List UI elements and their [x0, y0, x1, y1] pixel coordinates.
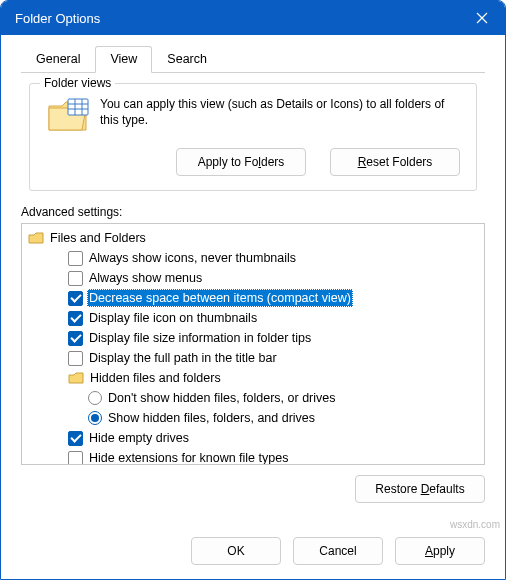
tree-node-label: Hide extensions for known file types — [87, 449, 290, 465]
tree-node-label: Hidden files and folders — [88, 369, 223, 387]
tab-search[interactable]: Search — [152, 46, 222, 73]
restore-defaults-button[interactable]: Restore Defaults — [355, 475, 485, 503]
watermark: wsxdn.com — [450, 519, 500, 530]
tree-node-label: Hide empty drives — [87, 429, 191, 447]
checkbox[interactable] — [68, 311, 83, 326]
close-icon — [476, 12, 488, 24]
tree-item[interactable]: Display file size information in folder … — [24, 328, 482, 348]
close-button[interactable] — [459, 1, 505, 35]
svg-rect-0 — [68, 99, 88, 115]
checkbox[interactable] — [68, 291, 83, 306]
checkbox[interactable] — [68, 271, 83, 286]
tree-item[interactable]: Display file icon on thumbnails — [24, 308, 482, 328]
checkbox[interactable] — [68, 451, 83, 466]
folder-options-window: Folder Options General View Search Folde… — [0, 0, 506, 580]
radio[interactable] — [88, 411, 102, 425]
checkbox[interactable] — [68, 331, 83, 346]
tab-view-content: Folder views You can apply this view (su… — [21, 73, 485, 503]
tree-node-label: Always show menus — [87, 269, 204, 287]
tree-item[interactable]: Hide empty drives — [24, 428, 482, 448]
dialog-button-row: OK Cancel Apply — [1, 525, 505, 579]
checkbox[interactable] — [68, 351, 83, 366]
tree-item[interactable]: Don't show hidden files, folders, or dri… — [24, 388, 482, 408]
titlebar: Folder Options — [1, 1, 505, 35]
tree-node-label: Display file size information in folder … — [87, 329, 313, 347]
dialog-body: General View Search Folder views You can… — [1, 35, 505, 525]
folder-icon — [68, 371, 84, 385]
tab-strip: General View Search — [21, 45, 485, 73]
tree-item[interactable]: Hide extensions for known file types — [24, 448, 482, 465]
folder-views-icon — [46, 96, 90, 136]
apply-button[interactable]: Apply — [395, 537, 485, 565]
advanced-settings-tree[interactable]: Files and Folders Always show icons, nev… — [21, 223, 485, 465]
tree-item[interactable]: Decrease space between items (compact vi… — [24, 288, 482, 308]
window-title: Folder Options — [15, 11, 459, 26]
folder-views-group: Folder views You can apply this view (su… — [29, 83, 477, 191]
tree-item[interactable]: Display the full path in the title bar — [24, 348, 482, 368]
tab-view[interactable]: View — [95, 46, 152, 73]
tree-node-label: Display the full path in the title bar — [87, 349, 279, 367]
advanced-settings-label: Advanced settings: — [21, 205, 485, 219]
tree-node-label: Don't show hidden files, folders, or dri… — [106, 389, 338, 407]
tree-folder-root[interactable]: Files and Folders — [24, 228, 482, 248]
tree-item[interactable]: Hidden files and folders — [24, 368, 482, 388]
folder-views-group-label: Folder views — [40, 76, 115, 90]
folder-icon — [28, 231, 44, 245]
tab-general[interactable]: General — [21, 46, 95, 73]
tree-node-label: Show hidden files, folders, and drives — [106, 409, 317, 427]
folder-views-description: You can apply this view (such as Details… — [100, 96, 460, 128]
checkbox[interactable] — [68, 251, 83, 266]
tree-node-label: Decrease space between items (compact vi… — [87, 289, 353, 307]
tree-node-label: Files and Folders — [48, 229, 148, 247]
checkbox[interactable] — [68, 431, 83, 446]
tree-item[interactable]: Always show icons, never thumbnails — [24, 248, 482, 268]
cancel-button[interactable]: Cancel — [293, 537, 383, 565]
tree-node-label: Always show icons, never thumbnails — [87, 249, 298, 267]
tree-item[interactable]: Show hidden files, folders, and drives — [24, 408, 482, 428]
reset-folders-button[interactable]: Reset Folders — [330, 148, 460, 176]
tree-node-label: Display file icon on thumbnails — [87, 309, 259, 327]
apply-to-folders-button[interactable]: Apply to Folders — [176, 148, 306, 176]
ok-button[interactable]: OK — [191, 537, 281, 565]
radio[interactable] — [88, 391, 102, 405]
tree-item[interactable]: Always show menus — [24, 268, 482, 288]
